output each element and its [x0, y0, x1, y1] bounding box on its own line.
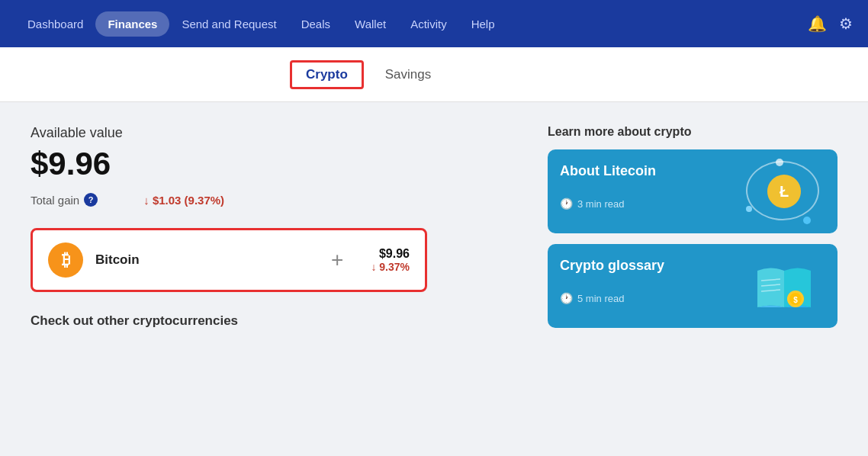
svg-text:$: $ — [793, 296, 798, 304]
left-panel: Available value $9.96 Total gain ? ↓ $1.… — [31, 125, 502, 433]
nav-item-finances[interactable]: Finances — [95, 11, 169, 37]
bitcoin-icon: ₿ — [48, 242, 83, 278]
right-panel: Learn more about crypto About Litecoin 🕐… — [548, 125, 837, 433]
nav-item-help[interactable]: Help — [459, 11, 507, 37]
navbar: Dashboard Finances Send and Request Deal… — [0, 0, 868, 47]
crypto-values: $9.96 ↓ 9.37% — [371, 247, 410, 273]
article-card-glossary-text: Crypto glossary 🕐 5 min read — [548, 244, 731, 328]
total-gain-row: Total gain ? ↓ $1.03 (9.37%) — [31, 193, 502, 207]
clock-icon-2: 🕐 — [560, 292, 573, 304]
article-glossary-title: Crypto glossary — [560, 258, 719, 274]
notification-icon[interactable]: 🔔 — [808, 16, 827, 31]
sub-tabs-bar: Crypto Savings — [0, 47, 868, 102]
book-svg-icon: $ — [750, 259, 818, 313]
learn-label: Learn more about crypto — [548, 125, 837, 139]
crypto-price: $9.96 — [371, 247, 410, 261]
article-glossary-readtime: 5 min read — [577, 293, 624, 304]
glossary-illustration: $ — [731, 244, 837, 328]
ltc-coin-icon: Ł — [767, 175, 801, 208]
nav-item-wallet[interactable]: Wallet — [342, 11, 398, 37]
available-value: $9.96 — [31, 146, 502, 182]
bitcoin-card[interactable]: ₿ Bitcoin + $9.96 ↓ 9.37% — [31, 228, 427, 292]
nav-item-dashboard[interactable]: Dashboard — [15, 11, 95, 37]
settings-icon[interactable]: ⚙ — [839, 16, 853, 31]
tab-savings[interactable]: Savings — [371, 63, 445, 87]
add-crypto-button[interactable]: + — [316, 248, 358, 272]
total-gain-value: ↓ $1.03 (9.37%) — [143, 194, 224, 207]
article-card-litecoin-text: About Litecoin 🕐 3 min read — [548, 149, 731, 233]
article-litecoin-readtime: 3 min read — [577, 198, 624, 210]
article-card-litecoin[interactable]: About Litecoin 🕐 3 min read Ł — [548, 149, 837, 233]
nav-item-send-request[interactable]: Send and Request — [169, 11, 288, 37]
article-card-glossary[interactable]: Crypto glossary 🕐 5 min read — [548, 244, 837, 328]
available-label: Available value — [31, 125, 502, 141]
article-litecoin-title: About Litecoin — [560, 163, 719, 179]
clock-icon: 🕐 — [560, 197, 573, 210]
article-glossary-meta: 🕐 5 min read — [560, 292, 719, 304]
other-cryptos-label: Check out other cryptocurrencies — [31, 313, 502, 329]
total-gain-info-icon[interactable]: ? — [84, 193, 98, 207]
main-content: Available value $9.96 Total gain ? ↓ $1.… — [0, 102, 868, 456]
tab-crypto[interactable]: Crypto — [290, 60, 364, 89]
crypto-change: ↓ 9.37% — [371, 261, 410, 273]
nav-item-deals[interactable]: Deals — [289, 11, 342, 37]
crypto-name: Bitcoin — [95, 252, 304, 268]
litecoin-illustration: Ł — [731, 149, 837, 233]
nav-item-activity[interactable]: Activity — [398, 11, 459, 37]
total-gain-label: Total gain ? — [31, 193, 98, 207]
article-litecoin-meta: 🕐 3 min read — [560, 197, 719, 210]
